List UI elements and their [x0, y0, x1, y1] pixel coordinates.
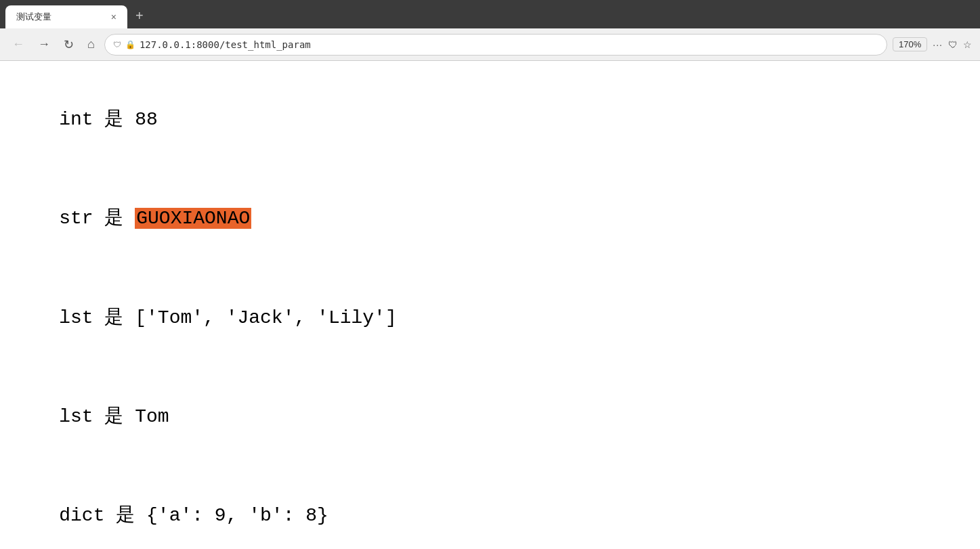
back-button[interactable]: ← [8, 35, 28, 54]
shield-icon: 🛡 [113, 40, 121, 49]
line-str-highlighted: GUOXIAONAO [135, 208, 251, 229]
browser-tab[interactable]: 测试变量 × [5, 5, 127, 28]
forward-button[interactable]: → [34, 35, 54, 54]
line-lst-value: lst 是 Tom [14, 372, 966, 462]
line-lst-array: lst 是 ['Tom', 'Jack', 'Lily'] [14, 273, 966, 364]
line-str: str 是 GUOXIAONAO [14, 173, 966, 264]
line-lst-array-text: lst 是 ['Tom', 'Jack', 'Lily'] [59, 307, 396, 328]
zoom-level[interactable]: 170% [893, 37, 927, 51]
line-dict-text: dict 是 {'a': 9, 'b': 8} [59, 505, 328, 526]
line-str-prefix: str 是 [59, 208, 135, 229]
toolbar-right: 170% ··· 🛡 ☆ [893, 37, 972, 51]
shield-button[interactable]: 🛡 [948, 39, 958, 50]
line-lst-value-text: lst 是 Tom [59, 406, 169, 427]
line-int-text: int 是 88 [59, 109, 158, 130]
page-content: int 是 88 str 是 GUOXIAONAO lst 是 ['Tom', … [0, 61, 980, 549]
menu-button[interactable]: ··· [933, 39, 943, 50]
line-dict: dict 是 {'a': 9, 'b': 8} [14, 471, 966, 549]
lock-icon: 🔒 [125, 40, 135, 49]
address-text: 127.0.0.1:8000/test_html_param [140, 39, 311, 50]
tab-title: 测试变量 [16, 11, 51, 23]
address-bar[interactable]: 🛡 🔒 127.0.0.1:8000/test_html_param [104, 34, 887, 56]
home-button[interactable]: ⌂ [83, 35, 99, 54]
reload-button[interactable]: ↻ [60, 35, 78, 55]
new-tab-button[interactable]: + [130, 5, 149, 26]
bookmark-button[interactable]: ☆ [963, 39, 972, 50]
browser-toolbar: ← → ↻ ⌂ 🛡 🔒 127.0.0.1:8000/test_html_par… [0, 28, 980, 61]
tab-close-button[interactable]: × [111, 12, 116, 22]
line-int: int 是 88 [14, 74, 966, 165]
browser-titlebar: 测试变量 × + [0, 0, 980, 28]
